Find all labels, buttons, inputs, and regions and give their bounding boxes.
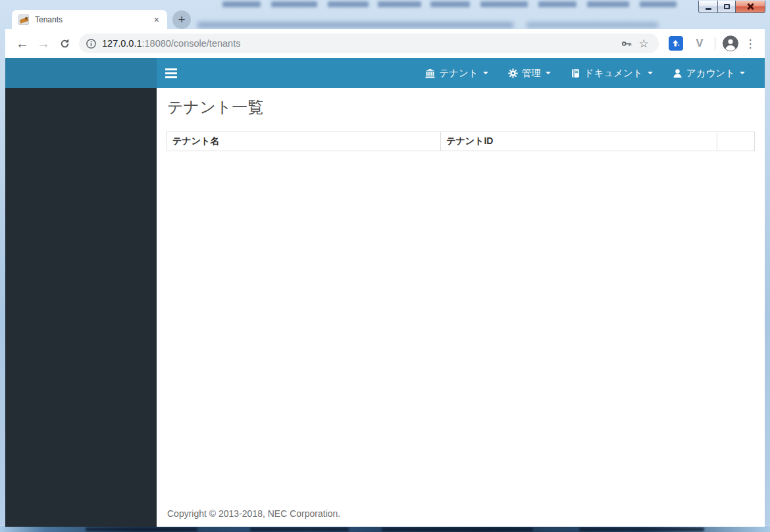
caret-down-icon [546,72,551,74]
key-icon [621,38,632,49]
browser-toolbar: ← → 127.0.0.1:18080/console/tenants [5,29,765,58]
glass-artifact [538,1,577,7]
window-minimize-button[interactable] [698,1,717,13]
nav-item-label: テナント [439,67,478,80]
reload-button[interactable] [55,34,74,53]
nav-item-label: ドキュメント [584,67,643,80]
nav-item-document[interactable]: ドキュメント [561,58,663,88]
nav-item-label: 管理 [522,67,541,80]
extension-upload-button[interactable] [669,36,683,51]
glass-artifact [587,1,629,7]
sidebar-toggle-button[interactable] [157,58,186,88]
glass-artifact [328,1,369,7]
info-icon[interactable] [86,38,97,49]
tenants-table: テナント名 テナントID [167,132,755,151]
user-avatar-icon [723,36,738,51]
forward-button[interactable]: → [34,34,53,53]
back-button[interactable]: ← [13,34,32,53]
gear-icon [508,68,518,78]
glass-artifact [250,527,349,531]
glass-artifact [526,22,658,28]
browser-menu-button[interactable]: ⋮ [742,36,758,51]
tab-favicon-icon [18,14,29,25]
nav-item-label: アカウント [686,67,735,80]
glass-artifact [430,1,470,7]
toolbar-separator [715,37,715,50]
bank-icon [425,68,435,78]
bookmark-star-icon: ☆ [638,37,648,51]
browser-tab[interactable]: Tenants × [12,10,167,29]
nav-item-admin[interactable]: 管理 [498,58,561,88]
minimize-icon [706,8,711,10]
table-header-row: テナント名 テナントID [167,132,755,151]
column-tenant-id: テナントID [441,132,717,151]
window-controls [698,1,765,13]
app-sidebar [5,88,157,527]
tab-title: Tenants [35,15,151,24]
navbar-main: テナント [157,58,765,88]
nav-item-account[interactable]: アカウント [663,58,755,88]
new-tab-button[interactable]: + [172,11,191,29]
close-icon [746,3,754,11]
column-actions [717,132,754,151]
reload-icon [59,38,70,49]
glass-artifact [271,1,317,7]
up-arrow-icon [671,39,680,48]
glass-artifact [579,527,704,531]
app-navbar: テナント [5,58,765,88]
copyright-footer: Copyright © 2013-2018, NEC Corporation. [167,506,755,523]
password-key-button[interactable] [618,35,635,52]
profile-avatar-button[interactable] [723,36,738,51]
bookmark-button[interactable]: ☆ [635,35,652,52]
desktop-screen: Tenants × + ← → 127.0.0.1:18080/console/… [0,0,770,532]
extension-vue-button[interactable]: V [692,36,707,51]
glass-artifact [86,527,197,531]
glass-artifact [480,1,528,7]
glass-artifact [640,1,677,7]
glass-artifact [197,22,513,28]
url-host: 127.0.0.1 [102,38,141,49]
maximize-icon [724,4,730,9]
url-path: :18080/console/tenants [141,38,240,49]
caret-down-icon [648,72,653,74]
nav-menu: テナント [415,58,765,88]
address-bar[interactable]: 127.0.0.1:18080/console/tenants ☆ [79,34,659,53]
forward-icon: → [37,37,50,50]
navbar-logo-area [5,58,157,88]
glass-artifact [382,527,533,531]
nav-item-tenant[interactable]: テナント [415,58,498,88]
v-icon: V [696,37,703,50]
column-tenant-name: テナント名 [167,132,441,151]
url-text[interactable]: 127.0.0.1:18080/console/tenants [102,38,618,49]
caret-down-icon [483,72,488,74]
user-icon [673,68,682,78]
page-viewport: テナント [5,58,765,527]
window-maximize-button[interactable] [717,1,736,13]
hamburger-icon [165,68,177,70]
page-title: テナント一覧 [167,99,755,116]
window-close-button[interactable] [736,1,765,13]
main-content: テナント一覧 テナント名 テナントID Copyright © 2013-201… [157,88,765,527]
caret-down-icon [740,72,745,74]
tab-close-button[interactable]: × [151,14,162,26]
back-icon: ← [16,37,29,50]
glass-artifact [222,1,261,7]
glass-artifact [378,1,421,7]
book-icon [571,68,580,78]
